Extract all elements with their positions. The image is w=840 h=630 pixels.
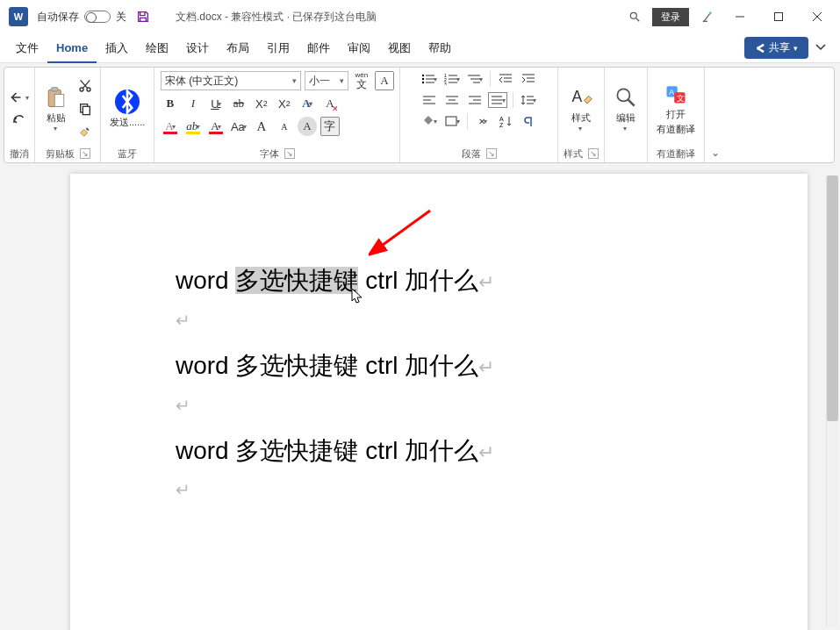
tab-file[interactable]: 文件	[7, 33, 47, 63]
ribbon-options-button[interactable]	[808, 41, 833, 54]
shrink-font-button[interactable]: A	[275, 117, 294, 136]
align-center-button[interactable]	[442, 92, 462, 108]
clear-format-button[interactable]: A✕	[320, 94, 340, 113]
page[interactable]: word 多选快捷键 ctrl 加什么↵ ↵ word 多选快捷键 ctrl 加…	[70, 174, 808, 630]
text-effects-button[interactable]: A▾	[298, 94, 317, 113]
align-justify-button[interactable]: ▾	[488, 92, 507, 108]
clipboard-launcher[interactable]: ↘	[80, 148, 90, 159]
translate-btn-line1: 打开	[666, 108, 686, 121]
open-translate-button[interactable]: A文 打开 有道翻译	[653, 80, 699, 138]
align-right-button[interactable]	[465, 92, 485, 108]
tab-view[interactable]: 视图	[379, 33, 420, 63]
font-size-combo[interactable]: 小一▾	[305, 71, 348, 90]
format-painter-button[interactable]	[75, 122, 95, 141]
share-button[interactable]: 共享 ▾	[744, 37, 808, 59]
tab-home[interactable]: Home	[47, 33, 97, 63]
group-undo-label: 撤消	[10, 147, 29, 161]
close-button[interactable]	[798, 4, 836, 30]
align-left-button[interactable]	[420, 92, 439, 108]
redo-button[interactable]	[10, 111, 29, 130]
maximize-button[interactable]	[759, 4, 798, 30]
text-line-1[interactable]: word 多选快捷键 ctrl 加什么↵	[176, 261, 494, 301]
styles-button[interactable]: A 样式▾	[565, 83, 597, 134]
text-line-3[interactable]: word 多选快捷键 ctrl 加什么↵	[176, 432, 494, 471]
show-marks-button[interactable]	[519, 113, 538, 129]
save-icon[interactable]	[135, 9, 151, 25]
decrease-indent-button[interactable]	[496, 71, 515, 87]
font-name-combo[interactable]: 宋体 (中文正文)▾	[161, 71, 301, 90]
text-line-2[interactable]: word 多选快捷键 ctrl 加什么↵	[176, 347, 494, 386]
tab-references[interactable]: 引用	[258, 33, 298, 63]
line2-prefix: word	[176, 352, 235, 379]
bluetooth-send-button[interactable]: 发送......	[106, 88, 148, 131]
numbering-button[interactable]: 123▾	[442, 71, 462, 87]
bullets-button[interactable]: ▾	[420, 71, 439, 87]
login-button[interactable]: 登录	[652, 8, 689, 26]
superscript-button[interactable]: X2	[275, 94, 294, 113]
underline-button[interactable]: U▾	[206, 94, 226, 113]
document-content[interactable]: word 多选快捷键 ctrl 加什么↵ ↵ word 多选快捷键 ctrl 加…	[176, 261, 494, 516]
line3-prefix: word	[176, 437, 235, 464]
highlight-button[interactable]: ab▾	[183, 117, 203, 136]
character-border-button[interactable]: A	[375, 71, 394, 90]
styles-launcher[interactable]: ↘	[588, 148, 599, 159]
group-clipboard: 粘贴 ▾ 剪贴板↘	[35, 68, 101, 162]
scrollbar-thumb[interactable]	[827, 175, 838, 421]
group-paragraph: ▾ 123▾ ▾ ▾ ▾ ▾ ▾ ✕▾ AZ	[400, 68, 558, 162]
title-bar: W 自动保存 关 文档.docx - 兼容性模式 · 已保存到这台电脑 登录	[0, 0, 840, 33]
asian-layout-button[interactable]: ✕▾	[473, 113, 492, 129]
borders-button[interactable]: ▾	[442, 113, 462, 129]
autosave-toggle[interactable]	[84, 11, 111, 23]
tab-layout[interactable]: 布局	[218, 33, 258, 63]
tab-help[interactable]: 帮助	[420, 33, 460, 63]
svg-point-2	[709, 12, 712, 15]
svg-text:A: A	[572, 88, 583, 105]
svg-text:A: A	[669, 88, 674, 97]
vertical-scrollbar[interactable]	[826, 175, 838, 626]
shading-button[interactable]: ▾	[420, 113, 439, 129]
line1-selection: 多选快捷键	[235, 267, 358, 294]
group-bluetooth: 发送...... 蓝牙	[101, 68, 154, 162]
collapse-ribbon-button[interactable]: ⌄	[711, 147, 720, 159]
font-color-button[interactable]: A▾	[206, 117, 226, 136]
tab-design[interactable]: 设计	[177, 33, 218, 63]
tab-draw[interactable]: 绘图	[137, 33, 177, 63]
ribbon: ▾ 撤消 粘贴 ▾ 剪贴板↘ 发送...... 蓝	[4, 67, 835, 163]
bluetooth-send-label: 发送......	[110, 116, 145, 129]
clear-formatting-icon[interactable]	[694, 4, 721, 30]
multilevel-button[interactable]: ▾	[465, 71, 485, 87]
increase-indent-button[interactable]	[519, 71, 538, 87]
cut-button[interactable]	[75, 76, 95, 96]
line-spacing-button[interactable]: ▾	[519, 92, 538, 108]
line2-suffix: ctrl 加什么	[358, 352, 478, 379]
char-shading-button[interactable]: 字	[320, 117, 340, 136]
group-translate-label: 有道翻译	[657, 147, 695, 161]
bold-button[interactable]: B	[161, 94, 180, 113]
edit-button[interactable]: 编辑▾	[610, 83, 642, 134]
mouse-cursor-icon	[351, 288, 363, 305]
font-color-outline-button[interactable]: A▾	[161, 117, 180, 136]
tab-review[interactable]: 审阅	[339, 33, 379, 63]
italic-button[interactable]: I	[183, 94, 203, 113]
tab-mail[interactable]: 邮件	[298, 33, 339, 63]
line3-mid: 多选快捷键	[235, 437, 358, 464]
minimize-button[interactable]	[721, 4, 759, 30]
copy-button[interactable]	[75, 99, 95, 118]
undo-button[interactable]: ▾	[10, 88, 29, 107]
grow-font-button[interactable]: A	[252, 117, 271, 136]
font-launcher[interactable]: ↘	[284, 148, 295, 159]
search-icon[interactable]	[622, 4, 647, 30]
phonetic-guide-button[interactable]: wén文	[352, 71, 371, 90]
group-clipboard-label: 剪贴板	[46, 147, 75, 161]
tab-insert[interactable]: 插入	[97, 33, 137, 63]
group-font-label: 字体	[260, 147, 279, 161]
ribbon-tabs: 文件 Home 插入 绘图 设计 布局 引用 邮件 审阅 视图 帮助 共享 ▾	[0, 33, 840, 63]
paste-button[interactable]: 粘贴 ▾	[40, 83, 72, 134]
svg-rect-4	[775, 13, 783, 21]
enclose-char-button[interactable]: A	[298, 117, 317, 136]
subscript-button[interactable]: X2	[252, 94, 271, 113]
change-case-button[interactable]: Aa▾	[229, 117, 248, 136]
sort-button[interactable]: AZ	[496, 113, 515, 129]
paragraph-launcher[interactable]: ↘	[486, 148, 497, 159]
strike-button[interactable]: ab	[229, 94, 248, 113]
